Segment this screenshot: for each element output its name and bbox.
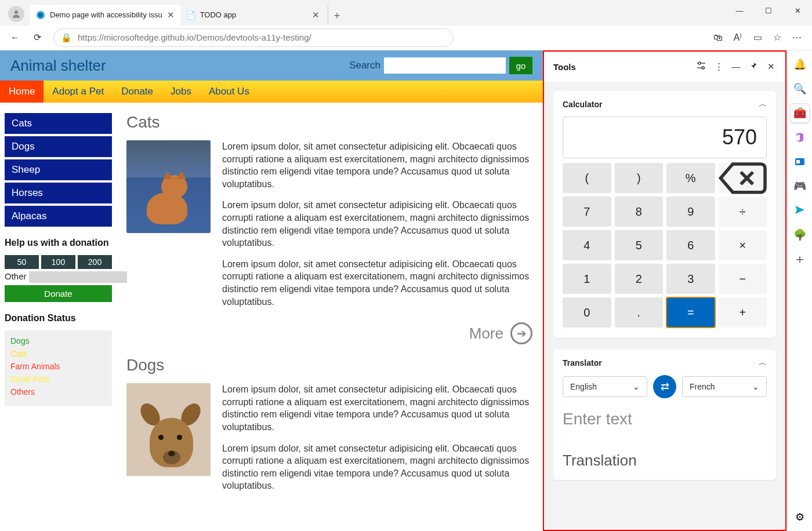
tools-more-icon[interactable]: ⋮: [713, 61, 724, 72]
tools-close-icon[interactable]: ✕: [766, 61, 776, 72]
page-title: Animal shelter: [10, 57, 106, 75]
tab-demo-page[interactable]: Demo page with accessibility issu ✕: [30, 5, 180, 26]
calc-key-7[interactable]: 7: [563, 197, 611, 227]
window-controls: — ☐ ✕: [725, 0, 812, 21]
status-others: Others: [10, 387, 106, 397]
calc-key-5[interactable]: 5: [615, 230, 664, 260]
favorites-icon[interactable]: ☆: [768, 28, 786, 47]
tab-title: TODO app: [200, 10, 237, 19]
notifications-icon[interactable]: 🔔: [791, 55, 809, 74]
nav-jobs[interactable]: Jobs: [162, 81, 200, 103]
translator-from-select[interactable]: English ⌄: [563, 376, 647, 397]
calc-key-paren-open[interactable]: (: [563, 163, 611, 193]
refresh-button[interactable]: ⟳: [28, 28, 46, 47]
calc-key-plus[interactable]: +: [719, 297, 767, 328]
new-tab-button[interactable]: ＋: [328, 6, 346, 24]
settings-icon[interactable]: ⚙: [791, 508, 809, 526]
outlook-icon[interactable]: [791, 152, 809, 171]
page-viewport: Animal shelter Search go Home Adopt a Pe…: [0, 50, 543, 531]
tools-settings-icon[interactable]: [696, 61, 706, 72]
reading-icon[interactable]: ▭: [748, 28, 767, 47]
translator-to-select[interactable]: French ⌄: [682, 376, 767, 397]
maximize-button[interactable]: ☐: [754, 0, 783, 21]
calc-key-equals[interactable]: =: [666, 297, 715, 328]
sidebar-item-dogs[interactable]: Dogs: [5, 136, 112, 157]
calculator-card: Calculator ︿ 570 ()%789÷456×123−0.=+: [553, 91, 776, 338]
nav-home[interactable]: Home: [0, 81, 44, 103]
tools-header: Tools ⋮ — ✕: [544, 52, 785, 82]
donation-other-input[interactable]: [29, 271, 127, 283]
cat-image: [126, 140, 211, 233]
calc-key-backspace[interactable]: [719, 163, 767, 193]
donation-50[interactable]: 50: [5, 255, 39, 269]
go-button[interactable]: go: [509, 57, 532, 74]
status-dogs: Dogs: [10, 336, 106, 345]
nav-donate[interactable]: Donate: [113, 81, 162, 103]
sidebar-item-alpacas[interactable]: Alpacas: [5, 206, 112, 227]
minimize-button[interactable]: —: [725, 0, 754, 21]
tools-minimize-icon[interactable]: —: [731, 61, 741, 72]
close-window-button[interactable]: ✕: [783, 0, 812, 21]
translator-input-placeholder[interactable]: Enter text: [563, 410, 767, 428]
calculator-display: 570: [563, 117, 767, 158]
tools-pin-icon[interactable]: [748, 61, 759, 72]
article-paragraph: Lorem ipsum dolor, sit amet consectetur …: [222, 442, 532, 492]
calc-key-minus[interactable]: −: [719, 264, 767, 294]
calc-key-multiply[interactable]: ×: [719, 230, 767, 260]
donation-100[interactable]: 100: [41, 255, 75, 269]
translator-swap-button[interactable]: ⇄: [653, 375, 676, 398]
close-icon[interactable]: ✕: [167, 10, 175, 20]
add-sidebar-icon[interactable]: ＋: [791, 250, 809, 268]
article-paragraph: Lorem ipsum dolor, sit amet consectetur …: [222, 258, 532, 308]
calc-key-6[interactable]: 6: [666, 230, 715, 260]
lock-icon: 🔒: [61, 32, 72, 43]
tab-bar: Demo page with accessibility issu ✕ 📄 TO…: [0, 0, 812, 26]
section-cats-title: Cats: [126, 113, 532, 132]
send-icon[interactable]: [791, 201, 809, 220]
address-bar[interactable]: 🔒 https://microsoftedge.github.io/Demos/…: [53, 28, 454, 47]
more-link-cats[interactable]: More ➔: [126, 322, 532, 344]
tab-todo-app[interactable]: 📄 TODO app ✕: [180, 5, 325, 26]
sidebar-item-horses[interactable]: Horses: [5, 183, 112, 203]
profile-avatar[interactable]: [8, 6, 24, 22]
nav-about[interactable]: About Us: [200, 81, 258, 103]
browser-chrome: Demo page with accessibility issu ✕ 📄 TO…: [0, 0, 812, 50]
calc-key-decimal[interactable]: .: [615, 297, 664, 328]
calc-key-2[interactable]: 2: [615, 264, 664, 294]
calc-key-3[interactable]: 3: [666, 264, 715, 294]
tools-body[interactable]: Calculator ︿ 570 ()%789÷456×123−0.=+ Tra…: [544, 82, 785, 530]
read-aloud-icon[interactable]: A⁾: [728, 28, 747, 47]
donation-heading: Help us with a donation: [5, 237, 112, 249]
tools-icon[interactable]: 🧰: [791, 104, 809, 122]
chevron-up-icon[interactable]: ︿: [759, 358, 767, 368]
back-button[interactable]: ←: [6, 28, 24, 47]
page-scroll[interactable]: Animal shelter Search go Home Adopt a Pe…: [0, 50, 543, 531]
search-input[interactable]: [384, 57, 506, 74]
calc-key-percent[interactable]: %: [666, 163, 715, 193]
games-icon[interactable]: 🎮: [791, 177, 809, 195]
calc-key-0[interactable]: 0: [563, 297, 611, 328]
status-cats: Cats: [10, 349, 106, 358]
shopping-icon[interactable]: 🛍: [709, 28, 727, 47]
animal-nav: Cats Dogs Sheep Horses Alpacas: [5, 113, 112, 227]
status-heading: Donation Status: [5, 312, 112, 325]
calc-key-paren-close[interactable]: ): [615, 163, 664, 193]
search-icon[interactable]: 🔍: [791, 79, 809, 98]
more-menu-icon[interactable]: ⋯: [788, 28, 806, 47]
calc-key-4[interactable]: 4: [563, 230, 611, 260]
calc-key-1[interactable]: 1: [563, 264, 611, 294]
chevron-up-icon[interactable]: ︿: [759, 99, 767, 110]
office-icon[interactable]: [791, 128, 809, 147]
calc-key-9[interactable]: 9: [666, 197, 715, 227]
calculator-title: Calculator: [563, 100, 602, 109]
donate-button[interactable]: Donate: [5, 285, 112, 302]
sidebar-item-cats[interactable]: Cats: [5, 113, 112, 134]
nav-adopt[interactable]: Adopt a Pet: [44, 81, 113, 103]
calc-key-8[interactable]: 8: [615, 197, 664, 227]
tree-icon[interactable]: 🌳: [791, 226, 809, 244]
sidebar-item-sheep[interactable]: Sheep: [5, 159, 112, 180]
donation-200[interactable]: 200: [78, 255, 112, 269]
calc-key-divide[interactable]: ÷: [719, 197, 767, 227]
close-icon[interactable]: ✕: [312, 10, 320, 20]
more-label: More: [469, 325, 503, 343]
